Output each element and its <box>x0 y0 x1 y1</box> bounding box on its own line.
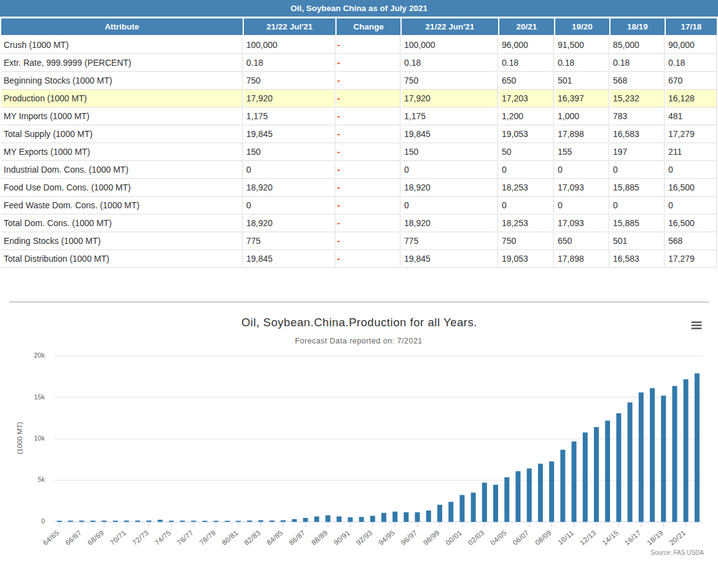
svg-text:(1000 MT): (1000 MT) <box>16 421 23 454</box>
svg-text:88/89: 88/89 <box>310 529 329 547</box>
svg-text:5k: 5k <box>37 476 45 483</box>
svg-text:96/97: 96/97 <box>399 529 418 547</box>
svg-text:04/05: 04/05 <box>489 529 508 547</box>
svg-text:68/69: 68/69 <box>86 529 105 547</box>
svg-text:86/87: 86/87 <box>287 529 306 547</box>
svg-text:0: 0 <box>41 517 45 525</box>
svg-text:84/85: 84/85 <box>265 529 284 547</box>
svg-text:80/81: 80/81 <box>220 529 240 547</box>
svg-text:78/79: 78/79 <box>198 529 217 547</box>
svg-text:10k: 10k <box>34 434 45 442</box>
svg-text:82/83: 82/83 <box>243 529 262 547</box>
svg-text:15k: 15k <box>34 393 45 401</box>
svg-text:64/65: 64/65 <box>42 529 61 547</box>
svg-text:74/75: 74/75 <box>154 529 173 547</box>
svg-text:90/91: 90/91 <box>332 529 351 547</box>
svg-text:Forecast Data reported on: 7/2: Forecast Data reported on: 7/2021 <box>295 337 423 345</box>
svg-text:12/13: 12/13 <box>579 529 598 547</box>
svg-text:98/99: 98/99 <box>422 529 441 547</box>
svg-text:70/71: 70/71 <box>109 529 128 547</box>
svg-text:20k: 20k <box>34 351 45 359</box>
svg-text:02/03: 02/03 <box>467 529 486 547</box>
svg-text:00/01: 00/01 <box>444 529 463 547</box>
svg-text:18/19: 18/19 <box>646 529 665 547</box>
svg-text:66/67: 66/67 <box>64 529 83 547</box>
svg-text:14/15: 14/15 <box>601 529 620 547</box>
svg-text:Source: FAS USDA: Source: FAS USDA <box>650 549 704 556</box>
svg-text:94/95: 94/95 <box>377 529 396 547</box>
svg-text:10/11: 10/11 <box>556 529 575 546</box>
svg-text:08/09: 08/09 <box>534 529 553 547</box>
svg-text:16/17: 16/17 <box>623 529 642 547</box>
svg-text:72/73: 72/73 <box>131 529 150 547</box>
svg-text:06/07: 06/07 <box>512 529 531 547</box>
svg-text:Oil, Soybean.China.Production: Oil, Soybean.China.Production for all Ye… <box>241 316 477 329</box>
svg-text:20/21: 20/21 <box>668 529 687 547</box>
svg-text:76/77: 76/77 <box>176 529 195 547</box>
svg-text:92/93: 92/93 <box>355 529 374 547</box>
